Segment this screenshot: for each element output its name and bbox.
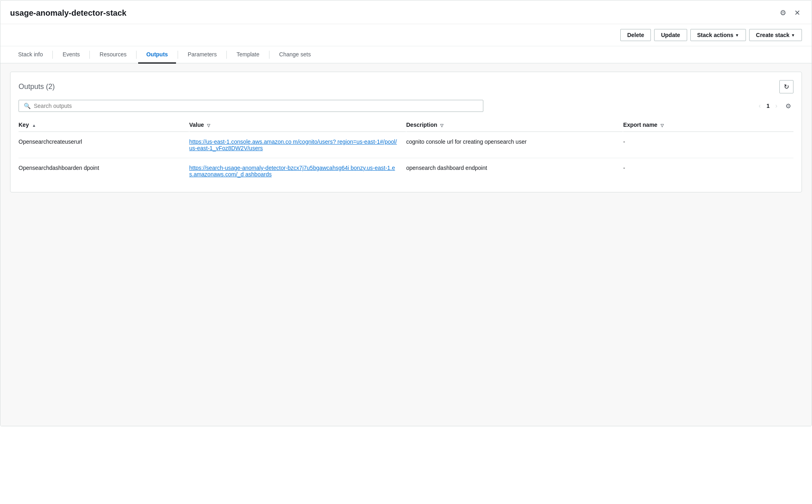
refresh-button[interactable]: ↻ <box>779 80 793 93</box>
tab-divider-1 <box>52 51 53 59</box>
value-sort-desc-icon: ▽ <box>207 123 210 128</box>
tab-change-sets[interactable]: Change sets <box>271 46 319 64</box>
col-header-value: Value ▽ <box>189 118 406 132</box>
table-row: Opensearchdashboarden dpoint https://sea… <box>19 158 793 184</box>
table-row: Opensearchcreateuserurl https://us-east-… <box>19 132 793 158</box>
tab-divider-6 <box>269 51 269 59</box>
pagination-row: ‹ 1 › ⚙ <box>756 101 793 111</box>
tab-stack-info[interactable]: Stack info <box>10 46 51 64</box>
table-settings-icon-button[interactable]: ⚙ <box>783 101 793 111</box>
search-input[interactable] <box>34 103 478 109</box>
header-icons: ⚙ ✕ <box>778 7 802 19</box>
row1-description: cognito console url for creating opensea… <box>406 132 623 158</box>
close-icon: ✕ <box>794 9 800 17</box>
stack-actions-button[interactable]: Stack actions ▼ <box>690 29 746 41</box>
pagination-next-button[interactable]: › <box>773 101 780 110</box>
row1-value-link[interactable]: https://us-east-1.console.aws.amazon.co … <box>189 138 397 151</box>
settings-icon-button[interactable]: ⚙ <box>778 7 788 19</box>
header: usage-anomaly-detector-stack ⚙ ✕ <box>0 0 812 24</box>
tab-events[interactable]: Events <box>54 46 88 64</box>
tab-divider-3 <box>136 51 137 59</box>
main-content: Outputs (2) ↻ 🔍 ‹ 1 › ⚙ <box>0 64 812 426</box>
row1-key: Opensearchcreateuserurl <box>19 132 189 158</box>
table-header: Key ▲ Value ▽ Description ▽ <box>19 118 793 132</box>
outputs-table: Key ▲ Value ▽ Description ▽ <box>19 118 793 184</box>
row2-export-name: - <box>623 158 793 184</box>
tabs-bar: Stack info Events Resources Outputs Para… <box>0 46 812 64</box>
close-button[interactable]: ✕ <box>793 7 802 19</box>
card-header: Outputs (2) ↻ <box>19 80 793 93</box>
create-stack-button[interactable]: Create stack ▼ <box>749 29 802 41</box>
key-sort-asc-icon: ▲ <box>32 123 36 128</box>
search-input-wrap[interactable]: 🔍 <box>19 100 483 112</box>
row2-description: opensearch dashboard endpoint <box>406 158 623 184</box>
row2-value: https://search-usage-anomaly-detector-bz… <box>189 158 406 184</box>
tab-divider-4 <box>178 51 178 59</box>
table-header-row: Key ▲ Value ▽ Description ▽ <box>19 118 793 132</box>
table-body: Opensearchcreateuserurl https://us-east-… <box>19 132 793 184</box>
export-sort-desc-icon: ▽ <box>661 123 664 128</box>
tab-divider-5 <box>226 51 227 59</box>
tab-parameters[interactable]: Parameters <box>180 46 225 64</box>
pagination-current-page: 1 <box>766 103 770 109</box>
pagination-prev-button[interactable]: ‹ <box>756 101 763 110</box>
create-stack-label: Create stack <box>756 32 789 38</box>
gear-icon: ⚙ <box>780 9 786 17</box>
search-bar-row: 🔍 ‹ 1 › ⚙ <box>19 100 793 112</box>
update-button[interactable]: Update <box>654 29 687 41</box>
outputs-title-text: Outputs <box>19 83 44 91</box>
tab-outputs[interactable]: Outputs <box>138 46 176 64</box>
tab-template[interactable]: Template <box>228 46 267 64</box>
tab-resources[interactable]: Resources <box>91 46 135 64</box>
col-header-description: Description ▽ <box>406 118 623 132</box>
stack-actions-label: Stack actions <box>697 32 733 38</box>
row2-key: Opensearchdashboarden dpoint <box>19 158 189 184</box>
row2-value-link[interactable]: https://search-usage-anomaly-detector-bz… <box>189 165 395 178</box>
delete-button[interactable]: Delete <box>620 29 651 41</box>
search-icon: 🔍 <box>24 103 31 109</box>
card-title: Outputs (2) <box>19 83 55 91</box>
toolbar: Delete Update Stack actions ▼ Create sta… <box>0 24 812 46</box>
row1-value: https://us-east-1.console.aws.amazon.co … <box>189 132 406 158</box>
tab-divider-2 <box>89 51 90 59</box>
outputs-count: (2) <box>46 83 55 91</box>
stack-actions-chevron-icon: ▼ <box>735 33 739 37</box>
page-container: usage-anomaly-detector-stack ⚙ ✕ Delete … <box>0 0 812 426</box>
col-header-key: Key ▲ <box>19 118 189 132</box>
create-stack-chevron-icon: ▼ <box>791 33 795 37</box>
row1-export-name: - <box>623 132 793 158</box>
outputs-card: Outputs (2) ↻ 🔍 ‹ 1 › ⚙ <box>10 72 802 192</box>
col-header-export-name: Export name ▽ <box>623 118 793 132</box>
description-sort-desc-icon: ▽ <box>440 123 443 128</box>
page-title: usage-anomaly-detector-stack <box>10 8 126 18</box>
